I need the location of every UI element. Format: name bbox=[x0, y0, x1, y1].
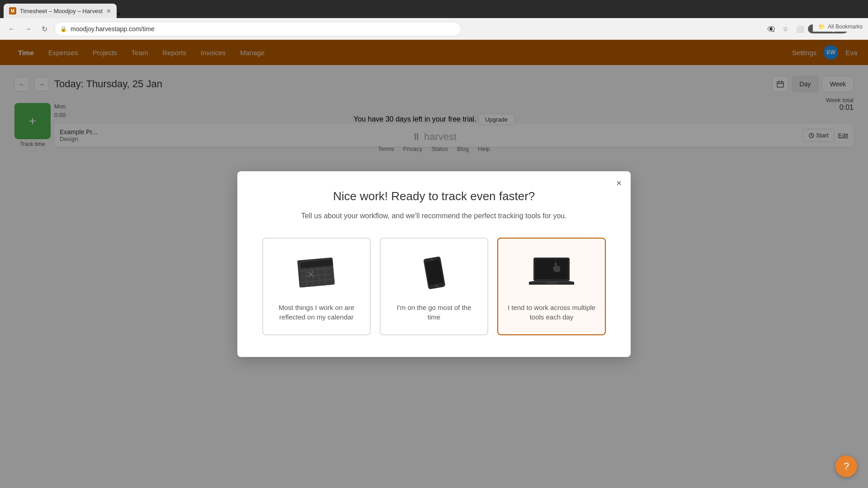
laptop-illustration bbox=[527, 254, 576, 292]
lock-icon: 🔒 bbox=[60, 26, 67, 32]
bookmark-star-icon[interactable]: ☆ bbox=[779, 23, 792, 35]
phone-illustration bbox=[411, 255, 457, 291]
tab-favicon: M bbox=[9, 7, 16, 14]
bookmarks-folder-icon: 📁 bbox=[818, 23, 825, 30]
laptop-option-label: I tend to work across multiple tools eac… bbox=[507, 303, 596, 322]
bookmarks-label: All Bookmarks bbox=[828, 23, 863, 30]
close-tab-button[interactable]: ✕ bbox=[106, 8, 111, 14]
laptop-option-icon bbox=[524, 253, 579, 294]
app-container: Time Expenses Projects Team Reports Invo… bbox=[0, 40, 868, 488]
modal-overlay: × Nice work! Ready to track even faster?… bbox=[0, 40, 868, 488]
forward-button[interactable]: → bbox=[22, 23, 34, 35]
reload-button[interactable]: ↻ bbox=[38, 23, 51, 35]
new-tab-button[interactable]: + bbox=[117, 10, 121, 18]
modal-title: Nice work! Ready to track even faster? bbox=[259, 189, 609, 203]
calendar-illustration bbox=[294, 255, 339, 291]
option-card-mobile[interactable]: I'm on the go most of the time bbox=[380, 238, 488, 335]
address-bar[interactable]: 🔒 moodjoy.harvestapp.com/time bbox=[54, 22, 461, 36]
option-card-laptop[interactable]: I tend to work across multiple tools eac… bbox=[497, 238, 606, 335]
modal-subtitle: Tell us about your workflow, and we'll r… bbox=[259, 211, 609, 221]
option-card-calendar[interactable]: Most things I work on are reflected on m… bbox=[262, 238, 371, 335]
calendar-option-label: Most things I work on are reflected on m… bbox=[272, 303, 361, 322]
calendar-option-icon bbox=[289, 253, 344, 294]
back-button[interactable]: ← bbox=[5, 23, 18, 35]
browser-chrome: M Timesheet – Moodjoy – Harvest ✕ + ← → … bbox=[0, 0, 868, 40]
svg-rect-20 bbox=[546, 282, 557, 284]
side-panel-icon[interactable]: ⬜ bbox=[793, 23, 806, 35]
mobile-option-icon bbox=[407, 253, 461, 294]
modal-close-button[interactable]: × bbox=[616, 178, 622, 188]
modal-options: Most things I work on are reflected on m… bbox=[259, 238, 609, 335]
modal-dialog: × Nice work! Ready to track even faster?… bbox=[237, 171, 631, 357]
url-text: moodjoy.harvestapp.com/time bbox=[71, 25, 155, 33]
active-tab[interactable]: M Timesheet – Moodjoy – Harvest ✕ bbox=[4, 4, 117, 18]
eye-slash-icon[interactable]: 👁‍🗨 bbox=[764, 23, 777, 35]
svg-rect-19 bbox=[535, 259, 568, 279]
tab-title: Timesheet – Moodjoy – Harvest bbox=[20, 8, 103, 14]
tab-bar: M Timesheet – Moodjoy – Harvest ✕ + bbox=[0, 0, 868, 18]
help-button[interactable]: ? bbox=[835, 455, 857, 477]
mobile-option-label: I'm on the go most of the time bbox=[390, 303, 478, 322]
bookmarks-bar: 📁 All Bookmarks bbox=[813, 22, 868, 32]
browser-toolbar: ← → ↻ 🔒 moodjoy.harvestapp.com/time 👁‍🗨 … bbox=[0, 18, 868, 40]
